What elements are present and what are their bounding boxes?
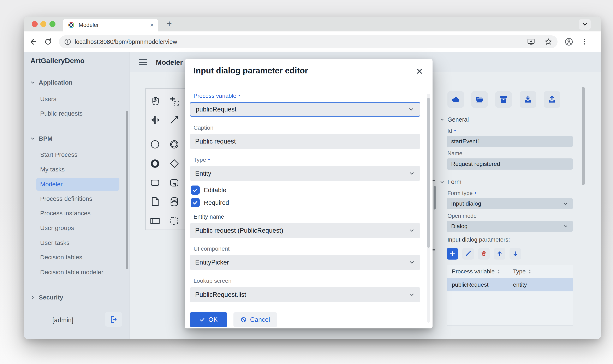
end-event-icon[interactable] [148,157,162,170]
data-object-icon[interactable] [148,195,162,208]
sidebar-item-process-instances[interactable]: Process instances [40,209,91,218]
process-variable-select[interactable]: publicRequest [190,102,420,117]
start-event-icon[interactable] [148,138,162,151]
sidebar-item-public-requests[interactable]: Public requests [40,109,82,118]
sidebar-scrollbar[interactable] [126,111,128,269]
group-icon[interactable] [168,214,181,228]
canvas-scrollbar[interactable] [434,186,436,209]
form-type-select[interactable]: Input dialog [447,198,573,209]
form-section-header[interactable]: Form [440,179,462,185]
type-label: Type [194,156,210,163]
tab-search-button[interactable] [579,19,591,30]
editable-label[interactable]: Editable [204,185,226,195]
panel-scrollbar[interactable] [582,87,585,185]
window-minimize-button[interactable] [40,21,46,27]
back-button[interactable] [28,37,38,46]
ok-button[interactable]: OK [190,312,227,327]
tab-close-icon[interactable]: × [150,22,154,28]
browser-tab[interactable]: Modeler × [63,19,158,31]
sidebar-item-start-process[interactable]: Start Process [40,150,77,159]
parameters-table: Process variable Type publicRequest enti… [447,265,573,326]
id-field[interactable]: startEvent1 [447,136,573,147]
move-down-button[interactable] [509,248,521,260]
url-text[interactable]: localhost:8080/bpm/bpmnmodelerview [75,39,527,45]
sidebar-item-user-groups[interactable]: User groups [40,223,74,233]
add-parameter-button[interactable] [447,248,458,260]
url-bar[interactable]: localhost:8080/bpm/bpmnmodelerview [59,35,558,48]
sidebar-item-my-tasks[interactable]: My tasks [40,165,65,174]
column-header-type[interactable]: Type [513,268,532,275]
chevron-down-icon [409,170,415,177]
gateway-icon[interactable] [168,157,181,170]
cell-type: entity [513,282,527,288]
cancel-button[interactable]: Cancel [233,312,277,327]
delete-parameter-button[interactable] [478,248,490,260]
chevron-down-icon[interactable] [30,78,36,87]
export-button[interactable] [544,91,560,108]
intermediate-event-icon[interactable] [168,138,181,151]
sidebar-item-user-tasks[interactable]: User tasks [40,238,69,247]
name-field[interactable]: Request registered [447,158,573,169]
sidebar-item-process-definitions[interactable]: Process definitions [40,194,92,203]
sidebar: ArtGalleryDemo Application Users Public … [24,52,130,339]
archive-button[interactable] [495,91,512,108]
profile-icon[interactable] [564,37,573,46]
params-label: Input dialog parameters: [447,236,510,243]
dialog-scrollbar-thumb[interactable] [427,98,430,248]
chevron-right-icon[interactable] [30,293,36,302]
page-title: Modeler [156,52,183,72]
site-info-icon[interactable] [64,38,71,46]
caption-label: Caption [194,125,213,131]
window-zoom-button[interactable] [50,21,55,27]
sidebar-section-application[interactable]: Application [39,78,72,87]
menu-toggle-icon[interactable] [139,58,147,66]
lookup-screen-select[interactable]: PublicRequest.list [190,287,420,302]
entity-name-label: Entity name [194,213,224,220]
type-select[interactable]: Entity [190,166,420,181]
space-tool-icon[interactable] [148,113,162,127]
bookmark-star-icon[interactable] [544,38,553,46]
reload-button[interactable] [43,37,53,46]
required-checkbox[interactable] [191,198,200,207]
table-row-selected[interactable]: publicRequest entity [447,278,573,291]
subprocess-icon[interactable] [168,176,181,189]
sort-icon[interactable] [528,269,532,274]
sidebar-item-modeler[interactable]: Modeler [40,180,63,189]
edit-parameter-button[interactable] [462,248,474,260]
new-tab-button[interactable]: + [164,18,175,29]
sidebar-item-users[interactable]: Users [40,94,56,104]
logout-icon [109,315,118,324]
lasso-tool-icon[interactable] [168,94,181,107]
sidebar-section-security[interactable]: Security [39,293,63,302]
entity-name-select[interactable]: Public request (PublicRequest) [190,223,420,238]
sidebar-item-decision-tables[interactable]: Decision tables [40,253,82,262]
column-header-process-variable[interactable]: Process variable [447,268,513,275]
dialog-close-icon[interactable] [415,66,424,76]
import-button[interactable] [520,91,536,108]
deploy-button[interactable] [447,91,464,108]
logout-button[interactable] [105,312,122,327]
window-close-button[interactable] [32,21,38,27]
caption-field[interactable]: Public request [190,134,420,149]
open-button[interactable] [471,91,488,108]
editable-checkbox[interactable] [191,185,200,195]
chevron-down-icon[interactable] [30,134,36,143]
data-store-icon[interactable] [168,195,181,208]
sidebar-item-decision-table-modeler[interactable]: Decision table modeler [40,268,103,277]
chevron-down-icon [563,201,568,206]
hand-tool-icon[interactable] [148,94,162,107]
participant-icon[interactable] [148,214,162,228]
tab-strip: Modeler × + [24,16,601,31]
sidebar-section-bpm[interactable]: BPM [39,134,53,143]
ui-component-select[interactable]: EntityPicker [190,255,420,270]
move-up-button[interactable] [494,248,505,260]
connect-tool-icon[interactable] [168,113,181,127]
sort-icon[interactable] [497,269,500,274]
install-app-icon[interactable] [527,38,535,46]
required-label[interactable]: Required [204,198,229,207]
task-icon[interactable] [148,176,162,189]
browser-menu-icon[interactable] [580,37,589,46]
general-section-header[interactable]: General [440,116,469,123]
table-header-row: Process variable Type [447,265,573,278]
open-mode-select[interactable]: Dialog [447,221,573,232]
